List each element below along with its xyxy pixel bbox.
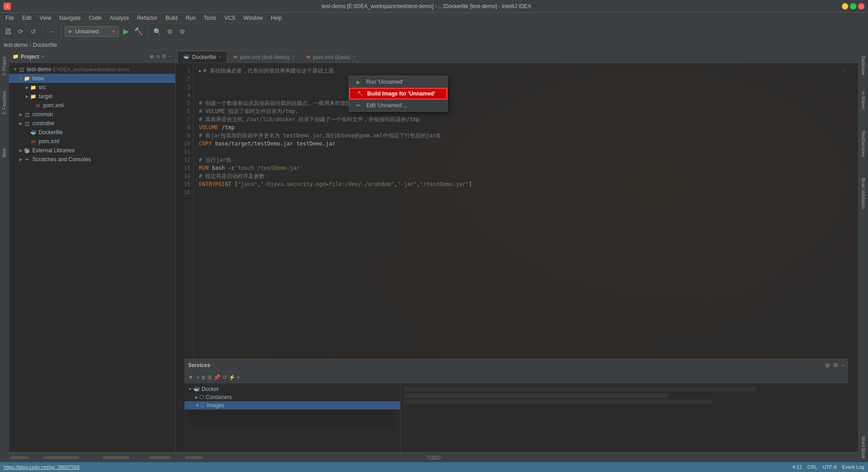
- tree-item-target[interactable]: ▶ 📁 target: [9, 92, 175, 101]
- scroll-thumb-2[interactable]: [43, 456, 79, 459]
- toolbar-extra-btn[interactable]: ⚙: [177, 26, 188, 37]
- tree-item-common[interactable]: ▶ ◫ common: [9, 110, 175, 119]
- status-url[interactable]: https://blog.csdn.net/qq_38007568: [4, 464, 80, 470]
- svc-expand-btn[interactable]: ≣: [201, 374, 206, 381]
- svc-collapse-btn[interactable]: ≡: [196, 374, 199, 381]
- scroll-thumb-1[interactable]: [11, 456, 29, 459]
- toolbar-back-btn[interactable]: ←: [46, 26, 57, 37]
- svc-filter-btn[interactable]: ▼: [187, 374, 194, 381]
- menu-view[interactable]: View: [36, 14, 55, 22]
- code-comment-9: # 将jar包添加到容器中并更名为 testDemo.jar,我们在base的p…: [199, 132, 441, 140]
- toolbar-sync-btn[interactable]: ⟳: [15, 26, 26, 37]
- status-linesep[interactable]: CRL: [807, 464, 817, 470]
- project-locate-btn[interactable]: ⊕: [149, 53, 154, 60]
- right-tab-beanvalidation[interactable]: Bean Validation: [860, 174, 867, 213]
- tab-pom-base[interactable]: m pom.xml (base) ×: [301, 51, 361, 63]
- code-line-7: # 其效果是在主机 /var/lib/docker 目录下创建了一个临时文件，并…: [199, 115, 853, 123]
- tree-item-src[interactable]: ▶ 📁 src: [9, 83, 175, 92]
- run-button[interactable]: ▶: [121, 26, 131, 37]
- tab-dockerfile[interactable]: 🐳 Dockerfile ×: [177, 51, 227, 63]
- scroll-thumb-5[interactable]: [185, 456, 203, 459]
- menu-navigate[interactable]: Navigate: [56, 14, 84, 22]
- svc-containers-item[interactable]: ▶ ⬡ Containers: [184, 393, 400, 401]
- build-button[interactable]: 🔨: [133, 26, 144, 37]
- tree-item-base[interactable]: ▼ 📁 base: [9, 74, 175, 83]
- code-comment-1: # 基础镜像必要，代表你的项目将构建在这个基础上面: [203, 67, 333, 75]
- scroll-thumb-3[interactable]: [103, 456, 130, 459]
- code-comma-15b: ,: [394, 180, 397, 188]
- tree-item-pom2[interactable]: ▶ m pom.xml: [9, 137, 175, 146]
- tree-item-ext-libs[interactable]: ▶ 📚 External Libraries: [9, 146, 175, 155]
- toolbar-search-btn[interactable]: 🔍: [152, 26, 162, 37]
- code-str-15b: "-Djava.security.egd=file:/dev/./urandom…: [261, 180, 394, 188]
- services-settings-btn[interactable]: ⊕: [825, 362, 830, 369]
- svc-docker-item[interactable]: ▼ 🐳 Docker: [184, 385, 400, 393]
- menu-vcs[interactable]: VCS: [221, 14, 239, 22]
- menu-run[interactable]: Run: [182, 14, 199, 22]
- right-tab-wordbook[interactable]: Word Book: [860, 433, 867, 462]
- menu-code[interactable]: Code: [85, 14, 105, 22]
- code-line-6: # VOLUME 指定了临时文件目录为/tmp.: [199, 107, 853, 115]
- pom-test-tab-close[interactable]: ×: [292, 54, 295, 59]
- right-tab-restservices[interactable]: RestServices: [860, 127, 867, 161]
- code-bracket-15: ]: [469, 180, 472, 188]
- toolbar-refresh-btn[interactable]: ↺: [28, 26, 39, 37]
- toolbar-tools-btn[interactable]: ⚙: [164, 26, 175, 37]
- status-event-log[interactable]: Event Log: [842, 464, 864, 470]
- ctx-run-unnamed[interactable]: ▶ Run 'Unnamed': [349, 76, 447, 88]
- breadcrumb-project[interactable]: test-demo: [4, 42, 27, 48]
- maximize-button[interactable]: [850, 3, 856, 9]
- close-button[interactable]: [858, 3, 864, 9]
- toolbar-save-btn[interactable]: [3, 26, 13, 37]
- svc-images-item[interactable]: ▼ ⬡ Images: [184, 401, 400, 409]
- svc-refresh-btn[interactable]: ↺: [222, 374, 227, 381]
- breadcrumb-file[interactable]: Dockerfile: [33, 42, 57, 48]
- status-encoding[interactable]: UTF-8: [823, 464, 837, 470]
- svc-pin-btn[interactable]: 📌: [214, 374, 220, 381]
- tree-item-scratches[interactable]: ▶ ✏ Scratches and Consoles: [9, 155, 175, 164]
- ctx-build-image[interactable]: 🔨 Build Image for 'Unnamed': [349, 88, 447, 100]
- status-position[interactable]: 4:12: [792, 464, 802, 470]
- minimize-button[interactable]: [842, 3, 848, 9]
- sidebar-tab-project[interactable]: 1: Project: [1, 54, 8, 78]
- dockerfile-tab-close[interactable]: ×: [219, 54, 221, 59]
- right-tab-database[interactable]: Database: [860, 52, 867, 79]
- menu-window[interactable]: Window: [240, 14, 266, 22]
- project-settings-btn[interactable]: ⚙: [162, 53, 166, 60]
- code-val-10: base/target/testDemo.jar testDemo.jar: [212, 140, 336, 148]
- svc-group-btn[interactable]: ⊞: [207, 374, 212, 381]
- code-line-14: # 指定容器启动程序及参数: [199, 172, 853, 180]
- ctx-edit-unnamed[interactable]: ✏ Edit 'Unnamed'...: [349, 100, 447, 111]
- sidebar-tab-favorites[interactable]: 2: Favorites: [1, 88, 8, 117]
- project-collapse-btn[interactable]: ≡: [156, 53, 160, 60]
- tab-pom-test[interactable]: m pom.xml (test-demo) ×: [227, 51, 301, 63]
- tree-item-pom1[interactable]: ▶ m pom.xml: [9, 101, 175, 110]
- right-tab-maven[interactable]: m Maven: [860, 88, 867, 113]
- menu-analyze[interactable]: Analyze: [106, 14, 133, 22]
- svc-filter2-btn[interactable]: ⚡: [229, 374, 235, 381]
- scroll-thumb-4[interactable]: [148, 456, 171, 459]
- code-line-4: [199, 91, 853, 99]
- sidebar-tab-web[interactable]: Web: [1, 145, 8, 160]
- code-str-15a: "java": [238, 180, 257, 188]
- tree-item-root[interactable]: ▼ ◫ test-demo E:\IDEA_workspace\test\tes…: [9, 65, 175, 74]
- services-blurred-1: [188, 410, 396, 416]
- menu-file[interactable]: File: [2, 14, 18, 22]
- folder-icon-base: 📁: [23, 75, 31, 82]
- menu-help[interactable]: Help: [267, 14, 286, 22]
- project-hide-btn[interactable]: −: [168, 53, 171, 60]
- code-comment-12: # 运行jar包: [199, 156, 231, 164]
- module-icon: ◫: [18, 66, 25, 73]
- menu-build[interactable]: Build: [162, 14, 181, 22]
- menu-edit[interactable]: Edit: [18, 14, 35, 22]
- tree-item-dockerfile[interactable]: ▶ 🐳 Dockerfile: [9, 128, 175, 137]
- menu-refactor[interactable]: Refactor: [134, 14, 161, 22]
- services-minimize-btn[interactable]: −: [841, 362, 845, 369]
- tree-item-controller[interactable]: ▶ ◫ controller: [9, 119, 175, 128]
- dropdown-chevron: ▾: [112, 29, 115, 34]
- project-dropdown-arrow[interactable]: ▾: [42, 54, 44, 59]
- run-config-dropdown[interactable]: ▶ Unnamed ▾: [65, 26, 119, 37]
- services-gear-btn[interactable]: ⚙: [833, 362, 838, 368]
- menu-tools[interactable]: Tools: [200, 14, 220, 22]
- pom-base-tab-close[interactable]: ×: [353, 54, 356, 59]
